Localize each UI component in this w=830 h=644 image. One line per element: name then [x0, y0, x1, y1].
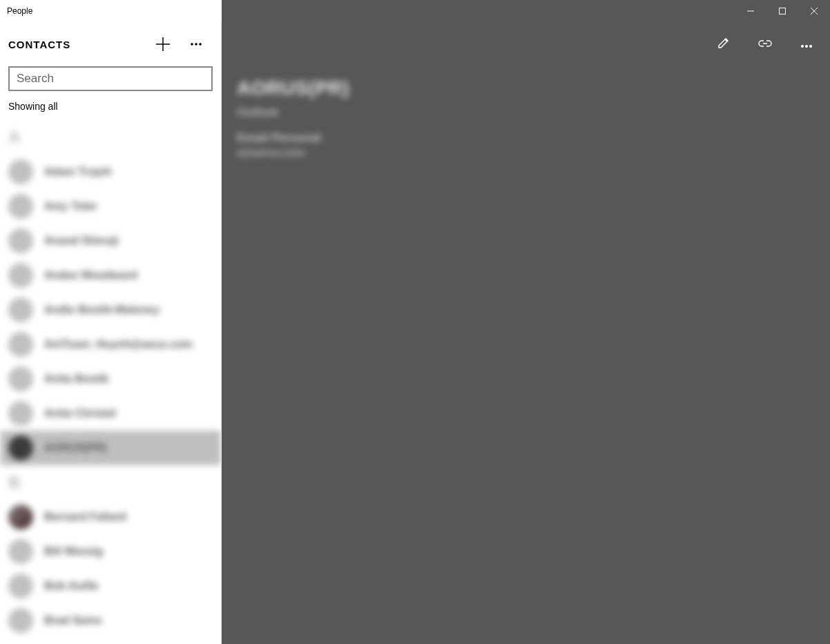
svg-rect-0	[780, 8, 786, 14]
contact-name: Bob Auille	[44, 580, 99, 592]
contact-detail-name: AORUS(PR)	[237, 77, 830, 99]
avatar	[8, 608, 33, 633]
letter-header[interactable]: A	[0, 120, 221, 155]
avatar	[8, 401, 33, 426]
letter-label: A	[8, 128, 20, 147]
contact-item[interactable]: AniTsam_Huynh@asus.com	[0, 327, 221, 362]
detail-field-label: Email Personal	[237, 131, 830, 145]
contact-item[interactable]: Bernard Faltard	[0, 500, 221, 534]
contact-item[interactable]: Adam Trujoh	[0, 155, 221, 189]
contact-name: Anita Christel	[44, 407, 116, 420]
svg-point-2	[195, 43, 197, 46]
contact-item[interactable]: Anita Christel	[0, 396, 221, 431]
minimize-button[interactable]	[735, 0, 766, 22]
contact-detail-account: Outlook	[237, 106, 830, 119]
contact-name: Andie Bostik-Maloney	[44, 304, 160, 316]
contact-item[interactable]: Bob Auille	[0, 569, 221, 603]
avatar	[8, 228, 33, 253]
contact-item[interactable]: Amy Toler	[0, 189, 221, 224]
avatar	[8, 332, 33, 357]
contact-item[interactable]: Anita Bostik	[0, 362, 221, 396]
contact-name: Andee Woodward	[44, 269, 137, 282]
contact-name: Anita Bostik	[44, 373, 108, 385]
contact-item[interactable]: Andie Bostik-Maloney	[0, 293, 221, 327]
contact-name: AORUS(PR)	[44, 442, 107, 454]
contact-item[interactable]: Anand Shinoji	[0, 224, 221, 258]
contacts-heading: CONTACTS	[8, 39, 146, 50]
avatar	[8, 297, 33, 322]
detail-pane: AORUS(PR) Outlook Email Personala@aorus.…	[222, 22, 830, 644]
letter-label: B	[8, 473, 20, 492]
title-bar: People	[0, 0, 830, 22]
contact-item[interactable]: Brad Sams	[0, 603, 221, 638]
window-title: People	[0, 0, 222, 22]
avatar	[8, 574, 33, 598]
contact-name: Anand Shinoji	[44, 235, 119, 247]
avatar	[8, 263, 33, 288]
contact-name: Bill Wenzig	[44, 545, 103, 558]
avatar	[8, 539, 33, 564]
avatar	[8, 367, 33, 391]
contact-name: AniTsam_Huynh@asus.com	[44, 338, 192, 351]
avatar	[8, 159, 33, 184]
svg-point-3	[200, 43, 202, 46]
contact-name: Bernard Faltard	[44, 511, 126, 523]
letter-header[interactable]: B	[0, 465, 221, 500]
detail-field-value[interactable]: a@aorus.com	[237, 146, 830, 158]
contact-item[interactable]: Bill Wenzig	[0, 534, 221, 569]
sidebar: CONTACTS Showing all AAdam TrujohAmy Tol…	[0, 22, 222, 644]
maximize-button[interactable]	[766, 0, 798, 22]
contact-item[interactable]: AORUS(PR)	[0, 431, 221, 465]
contact-item[interactable]: Andee Woodward	[0, 258, 221, 293]
filter-status[interactable]: Showing all	[0, 98, 221, 120]
avatar	[8, 505, 33, 529]
contact-name: Adam Trujoh	[44, 166, 112, 178]
close-button[interactable]	[798, 0, 830, 22]
contact-list: AAdam TrujohAmy TolerAnand ShinojiAndee …	[0, 120, 221, 644]
contact-name: Brad Sams	[44, 614, 102, 627]
svg-point-1	[191, 43, 193, 46]
more-options-button[interactable]	[180, 28, 213, 61]
avatar	[8, 194, 33, 219]
search-input[interactable]	[8, 66, 213, 91]
add-contact-button[interactable]	[146, 28, 180, 61]
contact-name: Amy Toler	[44, 200, 97, 213]
avatar	[8, 436, 33, 460]
